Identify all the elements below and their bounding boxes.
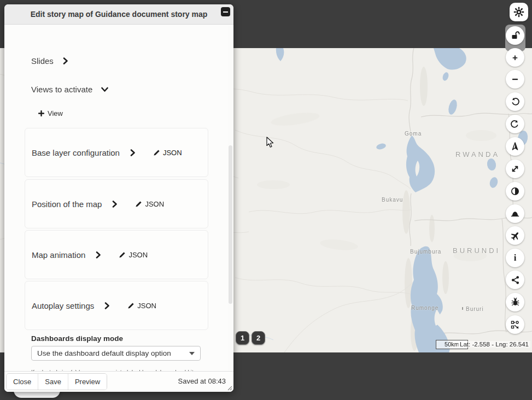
slide-pager: 1 2 [236,331,265,345]
slide-1-button[interactable]: 1 [236,331,249,345]
chevron-down-icon [101,86,108,92]
edit-story-map-dialog: Edit story map of Guidance document stor… [4,4,233,392]
pencil-icon [119,251,126,258]
app-window: Goma Bukavu RWANDA BURUNDI Bujumbura Rum… [0,0,532,400]
card-label: Position of the map [32,199,102,209]
gear-icon [513,7,524,17]
terrain-button[interactable] [506,204,524,223]
card-label: Base layer configuration [32,148,120,157]
map-label-bujumbura: Bujumbura [410,249,441,255]
pencil-icon [135,201,142,208]
expand-button[interactable] [506,160,524,178]
pencil-icon [153,149,160,156]
close-button[interactable]: Close [7,374,38,390]
views-expander[interactable]: Views to activate [31,85,108,94]
dialog-scrollbar[interactable] [228,25,233,370]
map-label-goma: Goma [405,131,422,137]
settings-button[interactable] [510,3,528,21]
mouse-cursor [266,137,274,148]
card-label: Autoplay settings [32,301,94,310]
slides-label: Slides [31,56,54,66]
edit-json-button[interactable]: JSON [135,200,164,208]
edit-json-button[interactable]: JSON [127,302,156,310]
card-base-layer-configuration[interactable]: Base layer configuration JSON [25,128,208,177]
dialog-body: Slides Views to activate View Base la [4,25,228,371]
measure-route-icon [510,320,520,330]
resize-grip[interactable] [226,385,232,391]
map-label-bukavu: Bukavu [382,197,403,203]
dialog-title: Edit story map of Guidance document stor… [31,10,208,19]
slide-2-button[interactable]: 2 [252,331,265,345]
share-icon [511,275,520,285]
add-view-button[interactable]: View [38,109,63,117]
json-label: JSON [145,200,164,208]
map-coordinates: Lat: -2.558 - Lng: 26.541 [458,341,530,348]
json-label: JSON [128,251,148,259]
map-label-burundi: BURUNDI [453,246,500,255]
scrollbar-thumb[interactable] [229,145,232,304]
chevron-right-icon [104,302,110,309]
bug-icon [511,297,520,307]
contrast-button[interactable] [506,182,524,201]
chevron-right-icon [95,251,101,258]
info-button[interactable]: i [506,249,524,267]
chevron-right-icon [130,149,136,156]
saved-status: Saved at 08:43 [178,377,226,385]
slides-expander[interactable]: Slides [31,56,68,66]
dialog-header[interactable]: Edit story map of Guidance document stor… [4,4,233,25]
zoom-in-button[interactable]: + [506,48,524,67]
json-label: JSON [163,149,182,157]
airplane-icon [510,231,521,241]
rotate-ccw-icon [510,97,520,107]
json-label: JSON [137,302,156,310]
rotate-cw-icon [510,119,520,129]
caret-down-icon [189,352,195,355]
zoom-out-button[interactable] [506,70,524,89]
card-label: Map animation [32,250,85,260]
minus-icon [511,75,519,83]
minimize-button[interactable] [221,7,230,16]
card-map-animation[interactable]: Map animation JSON [25,230,208,279]
edit-json-button[interactable]: JSON [119,251,148,259]
fly-to-button[interactable] [506,226,524,245]
expand-icon [510,164,520,174]
unlock-icon [510,31,520,40]
dashboards-display-mode-select[interactable]: Use the dashboard default display option [31,346,201,361]
map-label-rwanda: RWANDA [455,150,500,158]
share-button[interactable] [506,270,524,289]
debug-button[interactable] [506,293,524,311]
footer-button-group: Close Save Preview [6,373,107,390]
plus-icon [38,110,44,116]
rotate-ccw-button[interactable] [506,92,524,111]
map-label-bururi: Bururi [466,306,484,312]
dialog-footer: Close Save Preview Saved at 08:43 [4,371,233,392]
compass-arrow-icon [510,142,520,151]
minimize-icon [223,11,228,13]
town-marker [462,307,463,310]
chevron-right-icon [62,57,68,64]
preview-button[interactable]: Preview [68,374,107,390]
unlock-button[interactable] [506,26,524,45]
map-label-rumonge: Rumonge [411,305,439,311]
card-autoplay-settings[interactable]: Autoplay settings JSON [25,281,208,330]
select-value: Use the dashboard default display option [37,349,189,357]
rotate-cw-button[interactable] [506,115,524,133]
measure-button[interactable] [506,315,524,334]
info-icon: i [514,252,517,263]
pencil-icon [127,302,135,309]
contrast-icon [510,186,520,196]
edit-json-button[interactable]: JSON [153,149,182,157]
compass-button[interactable] [506,137,524,156]
plus-icon: + [512,53,518,62]
save-button[interactable]: Save [38,374,68,390]
dashboards-display-mode-label: Dashboards display mode [31,334,123,343]
card-position-of-the-map[interactable]: Position of the map JSON [25,179,208,228]
terrain-dome-icon [510,209,520,219]
add-view-label: View [48,109,63,117]
views-label: Views to activate [31,85,92,94]
chevron-right-icon [112,201,118,208]
